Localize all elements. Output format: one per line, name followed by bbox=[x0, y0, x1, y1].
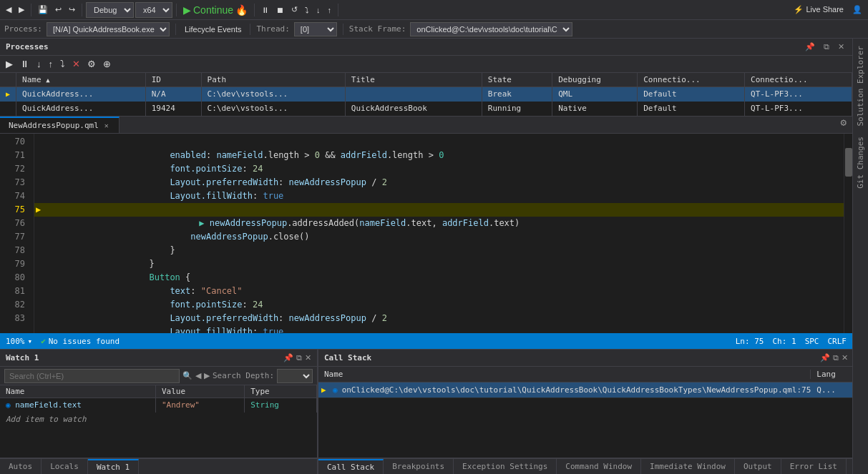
step-over-button[interactable]: ⤵ bbox=[302, 4, 312, 16]
code-line-78: } bbox=[34, 244, 844, 257]
code-line-82: Layout.preferredWidth: newAddressPopup /… bbox=[34, 298, 844, 312]
tab-exception-settings[interactable]: Exception Settings bbox=[454, 459, 557, 474]
process-row-1[interactable]: QuickAddress... 19424 C:\dev\vstools... … bbox=[0, 102, 852, 116]
step-out-button[interactable]: ↑ bbox=[325, 4, 335, 16]
col-id-header[interactable]: ID bbox=[145, 73, 201, 87]
stack-frame-dropdown[interactable]: onClicked@C:\dev\vstools\doc\tutorial\C bbox=[410, 22, 572, 36]
stop-button[interactable]: ⏹ bbox=[273, 4, 287, 16]
thread-label: Thread: bbox=[256, 24, 289, 34]
thread-dropdown[interactable]: [0] bbox=[294, 22, 337, 36]
row1-conn1: Default bbox=[638, 102, 745, 116]
processes-float-button[interactable]: ⧉ bbox=[821, 41, 832, 52]
restart-button[interactable]: ↺ bbox=[288, 4, 301, 16]
status-text: No issues found bbox=[49, 337, 120, 346]
row0-conn1: Default bbox=[638, 87, 745, 102]
col-path-header[interactable]: Path bbox=[201, 73, 345, 87]
line-num-82: 82 bbox=[6, 298, 25, 312]
call-stack-float-button[interactable]: ⧉ bbox=[833, 353, 839, 362]
code-content[interactable]: enabled: nameField.length > 0 && addrFie… bbox=[34, 134, 844, 334]
profile-button[interactable]: 👤 bbox=[849, 4, 865, 16]
call-stack-row-0[interactable]: ▶ ◉ onClicked@C:\dev\vstools\doc\tutoria… bbox=[318, 382, 852, 398]
watch-bottom-tabs: Autos Locals Watch 1 bbox=[0, 458, 317, 474]
call-stack-pin-button[interactable]: 📌 bbox=[820, 353, 830, 362]
top-toolbar: ◀ ▶ 💾 ↩ ↪ Debug x64 ▶ Continue 🔥 ⏸ ⏹ ↺ ⤵… bbox=[0, 0, 868, 20]
code-line-79: Button { bbox=[34, 257, 844, 271]
col-conn1-header[interactable]: Connectio... bbox=[638, 73, 745, 87]
editor-settings-button[interactable]: ⚙ bbox=[835, 117, 852, 133]
redo-button[interactable]: ↪ bbox=[66, 4, 78, 16]
tab-immediate-window[interactable]: Immediate Window bbox=[641, 459, 735, 474]
process-play-button[interactable]: ▶ bbox=[3, 58, 16, 70]
process-settings-button[interactable]: ⚙ bbox=[84, 58, 99, 70]
zoom-dropdown-icon: ▾ bbox=[28, 337, 33, 346]
process-row-0[interactable]: ▶ QuickAddress... N/A C:\dev\vstools... … bbox=[0, 87, 852, 102]
call-stack-header: Call Stack 📌 ⧉ ✕ bbox=[318, 350, 852, 367]
col-conn2-header[interactable]: Connectio... bbox=[745, 73, 852, 87]
process-detach-button[interactable]: ✕ bbox=[69, 58, 83, 70]
pause-button[interactable]: ⏸ bbox=[258, 4, 272, 16]
undo-button[interactable]: ↩ bbox=[52, 4, 64, 16]
col-state-header[interactable]: State bbox=[482, 73, 552, 87]
tab-error-list[interactable]: Error List bbox=[781, 459, 847, 474]
fire-icon: 🔥 bbox=[235, 4, 248, 16]
line-num-77: 77 bbox=[6, 230, 25, 244]
col-title-header[interactable]: Title bbox=[345, 73, 482, 87]
watch-search-input[interactable] bbox=[4, 369, 180, 383]
tab-call-stack[interactable]: Call Stack bbox=[318, 459, 384, 474]
line-num-80: 80 bbox=[6, 271, 25, 285]
watch-close-button[interactable]: ✕ bbox=[305, 353, 311, 362]
tab-breakpoints[interactable]: Breakpoints bbox=[384, 459, 454, 474]
debug-config-dropdown[interactable]: Debug bbox=[86, 2, 134, 18]
process-dropdown[interactable]: [N/A] QuickAddressBook.exe bbox=[47, 22, 170, 36]
processes-close-button[interactable]: ✕ bbox=[836, 41, 847, 52]
tab-locals[interactable]: Locals bbox=[42, 459, 88, 474]
tab-command-window[interactable]: Command Window bbox=[557, 459, 641, 474]
watch-row0-value: "Andrew" bbox=[155, 398, 244, 413]
tab-close-button[interactable]: ✕ bbox=[103, 122, 110, 129]
back-button[interactable]: ◀ bbox=[3, 4, 14, 16]
process-step-over-button[interactable]: ⤵ bbox=[57, 58, 68, 70]
process-step-into-button[interactable]: ↓ bbox=[34, 58, 44, 70]
processes-pin-button[interactable]: 📌 bbox=[803, 41, 817, 52]
editor-tab-newaddresspopup[interactable]: NewAddressPopup.qml ✕ bbox=[0, 117, 120, 133]
scrollbar-thumb[interactable] bbox=[845, 148, 852, 177]
row0-conn2: QT-L-PF3... bbox=[745, 87, 852, 102]
line-num-73: 73 bbox=[6, 176, 25, 189]
process-bar-sep-2 bbox=[250, 24, 250, 35]
col-name-header[interactable]: Name ▲ bbox=[16, 73, 146, 87]
call-stack-close-button[interactable]: ✕ bbox=[842, 353, 848, 362]
watch-next-button[interactable]: ▶ bbox=[204, 371, 210, 380]
git-changes-label[interactable]: Git Changes bbox=[854, 132, 867, 193]
watch-depth-dropdown[interactable] bbox=[277, 369, 313, 383]
tab-watch1[interactable]: Watch 1 bbox=[88, 459, 139, 474]
arch-dropdown[interactable]: x64 bbox=[135, 2, 172, 18]
watch-float-button[interactable]: ⧉ bbox=[296, 353, 302, 362]
lifecycle-events-button[interactable]: Lifecycle Events bbox=[182, 24, 244, 35]
row0-name: QuickAddress... bbox=[16, 87, 146, 102]
code-line-81: font.pointSize: 24 bbox=[34, 285, 844, 298]
editor-scrollbar[interactable] bbox=[844, 134, 852, 334]
live-share-button[interactable]: ⚡ Live Share bbox=[789, 4, 848, 16]
watch-add-item[interactable]: Add item to watch bbox=[0, 413, 317, 426]
line-num-76: 76 bbox=[6, 217, 25, 230]
watch-search-icon-button[interactable]: 🔍 bbox=[182, 371, 192, 380]
continue-button[interactable]: ▶ Continue 🔥 bbox=[180, 4, 250, 16]
tab-autos[interactable]: Autos bbox=[0, 459, 42, 474]
col-debugging-header[interactable]: Debugging bbox=[552, 73, 638, 87]
save-button[interactable]: 💾 bbox=[35, 4, 51, 16]
process-attach-button[interactable]: ⊕ bbox=[100, 58, 114, 70]
editor-tabs: NewAddressPopup.qml ✕ ⚙ bbox=[0, 117, 852, 134]
solution-explorer-label[interactable]: Solution Explorer bbox=[854, 41, 867, 131]
tab-output[interactable]: Output bbox=[735, 459, 781, 474]
watch-row-0[interactable]: ◉ nameField.text "Andrew" String bbox=[0, 398, 317, 413]
process-step-out-button[interactable]: ↑ bbox=[46, 58, 57, 70]
stack-frame-label: Stack Frame: bbox=[349, 24, 406, 34]
code-line-70: enabled: nameField.length > 0 && addrFie… bbox=[34, 135, 844, 149]
step-into-button[interactable]: ↓ bbox=[313, 4, 323, 16]
zoom-control[interactable]: 100% ▾ bbox=[6, 337, 32, 346]
process-pause-button[interactable]: ⏸ bbox=[17, 58, 32, 70]
fwd-button[interactable]: ▶ bbox=[16, 4, 27, 16]
watch-prev-button[interactable]: ◀ bbox=[195, 371, 201, 380]
row0-state: Break bbox=[482, 87, 552, 102]
watch-pin-button[interactable]: 📌 bbox=[283, 353, 293, 362]
